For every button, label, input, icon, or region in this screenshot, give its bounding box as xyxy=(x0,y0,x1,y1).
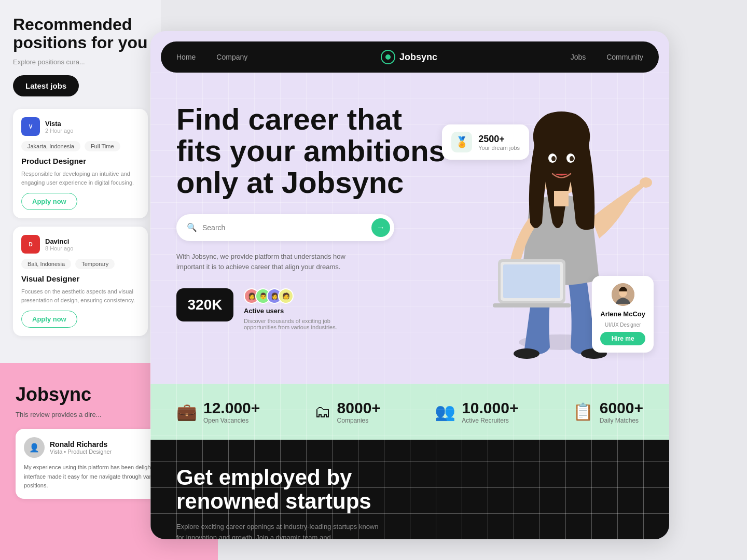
active-users-subtitle: Discover thousands of exciting job oppor… xyxy=(244,318,348,330)
job-tags-1: Jakarta, Indonesia Full Time xyxy=(21,141,140,151)
stat-companies: 🗂 8000+ Companies xyxy=(314,399,381,424)
user-avatar-4: 🧑 xyxy=(278,288,294,304)
tag-location-2: Bali, Indonesia xyxy=(21,259,71,269)
stat-label-companies: Companies xyxy=(337,417,381,424)
main-panel: Home Company Jobsync Jobs Community Find… xyxy=(150,31,669,539)
nav-jobs[interactable]: Jobs xyxy=(571,53,586,61)
stat-label-recruiters: Active Recruiters xyxy=(462,417,518,424)
hero-text: Find career that fits your ambitions onl… xyxy=(176,104,446,199)
logo-icon xyxy=(381,50,395,64)
reviewer-role: Vista • Product Designer xyxy=(50,449,112,455)
company-name-1: Vista xyxy=(45,120,73,128)
stat-label-matches: Daily Matches xyxy=(600,417,643,424)
svg-rect-13 xyxy=(554,191,569,206)
company-logo-davinci: D xyxy=(21,235,40,254)
reviewer-name: Ronald Richards xyxy=(50,440,112,449)
tag-type-1: Full Time xyxy=(85,141,120,151)
job-desc-1: Responsible for developing an intuitive … xyxy=(21,170,140,187)
reviewer-avatar: 👤 xyxy=(24,437,45,458)
hire-name: Arlene McCoy xyxy=(600,310,645,318)
job-tags-2: Bali, Indonesia Temporary xyxy=(21,259,140,269)
recruiters-icon: 👥 xyxy=(435,402,455,422)
active-users-title: Active users xyxy=(244,307,348,315)
latest-jobs-button[interactable]: Latest jobs xyxy=(13,75,79,96)
job-card-2-header: D Davinci 8 Hour ago xyxy=(21,235,140,254)
stat-recruiters: 👥 10.000+ Active Recruiters xyxy=(435,399,518,424)
navbar: Home Company Jobsync Jobs Community xyxy=(161,41,659,73)
search-icon: 🔍 xyxy=(187,222,197,232)
hire-card: Arlene McCoy UI/UX Designer Hire me xyxy=(592,276,654,353)
companies-icon: 🗂 xyxy=(314,402,331,422)
users-counter: 320K xyxy=(176,288,233,321)
left-panel-subtitle: Explore positions cura... xyxy=(13,58,148,66)
hire-button[interactable]: Hire me xyxy=(600,332,645,345)
job-card-1-header: V Vista 2 Hour ago xyxy=(21,117,140,136)
search-submit-button[interactable]: → xyxy=(371,218,390,237)
job-title-2: Visual Designer xyxy=(21,274,140,283)
bottom-description: Explore exciting career openings at indu… xyxy=(176,522,384,539)
svg-rect-7 xyxy=(503,264,560,298)
bottom-heading: Get employed by renowned startups xyxy=(176,466,374,513)
tag-location-1: Jakarta, Indonesia xyxy=(21,141,80,151)
vacancies-icon: 💼 xyxy=(176,402,197,422)
nav-right-links: Jobs Community xyxy=(571,53,643,61)
stat-number-matches: 6000+ xyxy=(600,399,643,417)
left-panel: Recommended positions for you Explore po… xyxy=(0,0,161,363)
job-card-2: D Davinci 8 Hour ago Bali, Indonesia Tem… xyxy=(13,227,148,336)
job-title-1: Product Designer xyxy=(21,157,140,165)
matches-icon: 📋 xyxy=(573,402,593,422)
job-time-2: 8 Hour ago xyxy=(45,245,73,251)
stats-bar: 💼 12.000+ Open Vacancies 🗂 8000+ Compani… xyxy=(150,384,669,440)
hire-role: UI/UX Designer xyxy=(605,322,641,328)
hire-avatar xyxy=(612,283,634,306)
svg-point-12 xyxy=(570,156,574,161)
company-name-2: Davinci xyxy=(45,237,73,245)
nav-community[interactable]: Community xyxy=(606,53,643,61)
svg-point-1 xyxy=(514,348,540,359)
hero-section: Find career that fits your ambitions onl… xyxy=(150,83,669,384)
hero-description: With Jobsync, we provide platform that u… xyxy=(176,251,374,273)
stat-label-vacancies: Open Vacancies xyxy=(203,417,260,424)
company-logo-vista: V xyxy=(21,117,40,136)
job-desc-2: Focuses on the aesthetic aspects and vis… xyxy=(21,287,140,304)
stat-vacancies: 💼 12.000+ Open Vacancies xyxy=(176,399,260,424)
stat-number-vacancies: 12.000+ xyxy=(203,399,260,417)
apply-button-1[interactable]: Apply now xyxy=(21,193,77,210)
bottom-dark-section: Get employed by renowned startups Explor… xyxy=(150,440,669,539)
search-input[interactable] xyxy=(202,223,371,232)
nav-logo[interactable]: Jobsync xyxy=(381,50,437,64)
stat-number-recruiters: 10.000+ xyxy=(462,399,518,417)
stat-matches: 📋 6000+ Daily Matches xyxy=(573,399,643,424)
svg-point-3 xyxy=(640,177,652,188)
search-bar[interactable]: 🔍 → xyxy=(176,214,394,241)
nav-company[interactable]: Company xyxy=(216,53,247,61)
apply-button-2[interactable]: Apply now xyxy=(21,311,77,328)
left-panel-title: Recommended positions for you xyxy=(13,16,148,52)
svg-rect-6 xyxy=(493,303,571,307)
tag-type-2: Temporary xyxy=(75,259,115,269)
svg-point-11 xyxy=(551,156,556,161)
hero-heading: Find career that fits your ambitions onl… xyxy=(176,104,446,199)
nav-left-links: Home Company xyxy=(176,53,247,61)
user-avatars: 👩 👨 👩 🧑 xyxy=(244,288,348,304)
job-time-1: 2 Hour ago xyxy=(45,128,73,134)
stat-number-companies: 8000+ xyxy=(337,399,381,417)
nav-home[interactable]: Home xyxy=(176,53,196,61)
job-card-1: V Vista 2 Hour ago Jakarta, Indonesia Fu… xyxy=(13,109,148,218)
